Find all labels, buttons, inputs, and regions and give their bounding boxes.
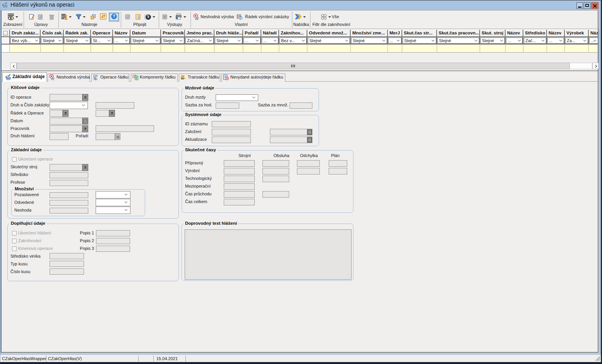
svg-text:?: ? bbox=[113, 14, 115, 19]
